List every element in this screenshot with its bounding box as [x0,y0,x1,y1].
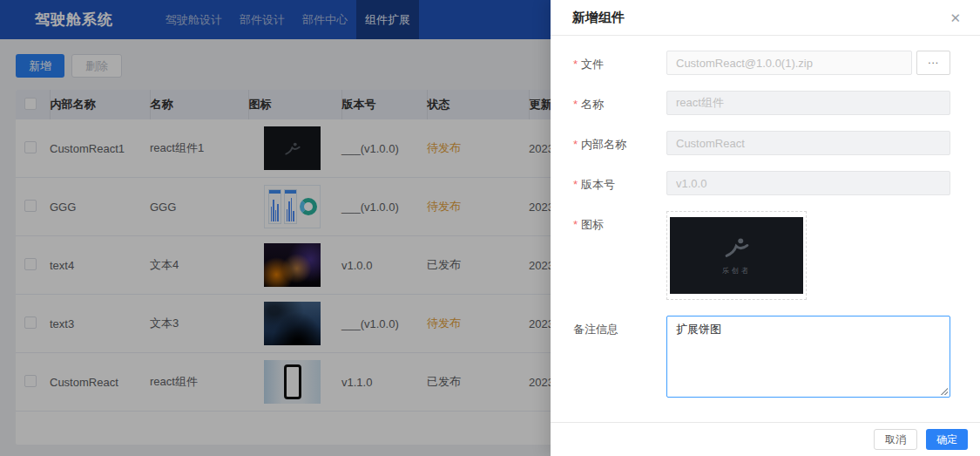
drawer-title: 新增组件 [572,10,625,26]
version-field[interactable] [666,171,950,195]
drawer-form: 文件 ... 名称 内部名称 版本号 图标 [551,36,980,398]
name-field[interactable] [666,91,950,115]
app: 驾驶舱系统 驾驶舱设计部件设计部件中心组件扩展 新增 删除 内部名称名称图标版本… [0,0,980,456]
remark-field[interactable]: 扩展饼图 [666,316,950,398]
form-row-name: 名称 [573,91,950,115]
confirm-button[interactable]: 确定 [926,429,968,450]
drawer-footer: 取消 确定 [551,422,980,456]
form-row-version: 版本号 [573,171,950,195]
file-field-label: 文件 [573,51,666,75]
version-field-label: 版本号 [573,171,666,195]
internal-name-field[interactable] [666,131,950,155]
remark-field-label: 备注信息 [573,316,666,398]
drawer-header: 新增组件 ✕ [551,0,980,36]
form-row-remark: 备注信息 扩展饼图 [573,316,950,398]
internal-name-field-label: 内部名称 [573,131,666,155]
add-component-drawer: 新增组件 ✕ 文件 ... 名称 内部名称 版本号 图标 [551,0,980,456]
logo-caption: 乐创者 [722,266,751,276]
cancel-button[interactable]: 取消 [874,429,917,450]
icon-field-label: 图标 [573,211,666,300]
file-field[interactable] [666,51,912,75]
icon-preview-image: 乐创者 [670,217,803,294]
name-field-label: 名称 [573,91,666,115]
browse-file-button[interactable]: ... [916,51,950,75]
logo-figure-icon [722,236,752,262]
form-row-internal-name: 内部名称 [573,131,950,155]
close-icon[interactable]: ✕ [950,11,961,24]
icon-upload-area[interactable]: 乐创者 [666,211,807,300]
form-row-file: 文件 ... [573,51,950,75]
form-row-icon: 图标 乐创者 [573,211,950,300]
